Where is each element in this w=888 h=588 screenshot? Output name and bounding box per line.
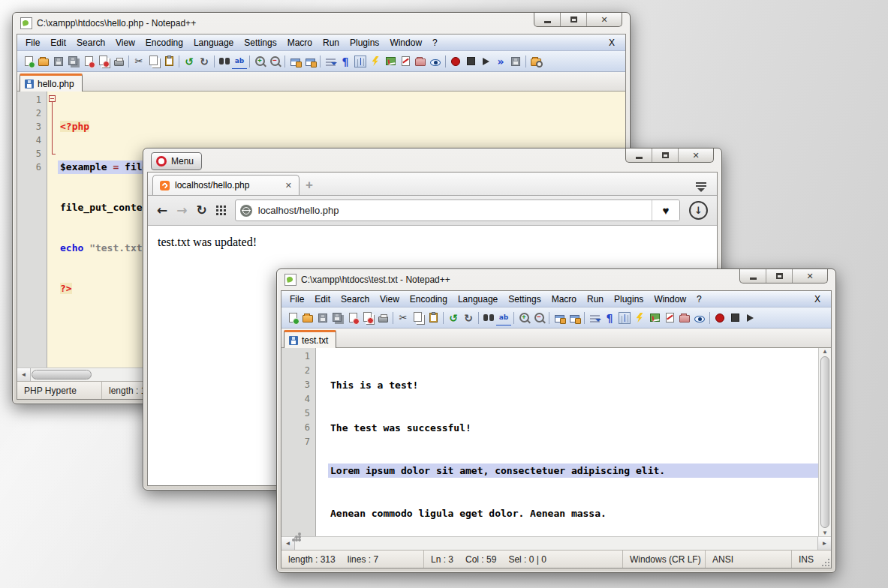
copy-icon[interactable]	[411, 310, 426, 326]
new-file-icon[interactable]	[285, 310, 300, 326]
menu-view[interactable]: View	[110, 36, 140, 50]
close-all-docs-icon[interactable]	[360, 310, 375, 326]
menu-settings[interactable]: Settings	[239, 36, 281, 50]
macro-stop-icon[interactable]	[727, 310, 742, 326]
browser-tab-localhost[interactable]: localhost/hello.php ✕	[152, 175, 300, 195]
tab-menu-icon[interactable]	[696, 182, 706, 192]
replace-icon[interactable]: ab	[496, 310, 511, 326]
new-tab-button[interactable]: +	[300, 176, 319, 195]
cut-icon[interactable]: ✂	[396, 310, 411, 326]
close-doc-icon[interactable]	[81, 54, 96, 69]
menu-help[interactable]: ?	[691, 292, 707, 306]
scroll-left-arrow[interactable]: ◄	[17, 368, 31, 381]
doc-switcher-icon[interactable]	[398, 54, 413, 69]
menu-window[interactable]: Window	[384, 36, 427, 50]
macro-record-icon[interactable]	[712, 310, 727, 326]
menu-encoding[interactable]: Encoding	[140, 36, 188, 50]
minimize-button[interactable]	[740, 269, 766, 283]
scrollbar-thumb[interactable]	[32, 370, 92, 380]
new-file-icon[interactable]	[21, 54, 36, 69]
function-completion-icon[interactable]	[632, 310, 647, 326]
macro-stop-icon[interactable]	[463, 54, 478, 69]
save-icon[interactable]	[315, 310, 330, 326]
download-button[interactable]: ↓	[689, 201, 708, 220]
forward-button[interactable]: →	[176, 204, 187, 217]
maximize-button[interactable]	[652, 148, 678, 162]
sync-horizontal-icon[interactable]	[303, 54, 318, 69]
text-area[interactable]: This is a test! The test was successful!…	[328, 348, 818, 536]
save-icon[interactable]	[51, 54, 66, 69]
find-icon[interactable]	[217, 54, 232, 69]
minimize-button[interactable]	[626, 148, 652, 162]
doc-switcher-icon[interactable]	[662, 310, 677, 326]
menu-settings[interactable]: Settings	[503, 292, 546, 306]
editor[interactable]: 1 2 3 4 5 6 7 This is a test! The test w…	[281, 348, 831, 536]
back-button[interactable]: ←	[157, 204, 167, 217]
indent-guide-icon[interactable]	[617, 310, 632, 326]
maximize-button[interactable]	[560, 13, 586, 26]
monitoring-icon[interactable]	[692, 310, 707, 326]
menu-run[interactable]: Run	[318, 36, 345, 50]
close-button[interactable]: ✕	[586, 13, 622, 26]
tab-hello-php[interactable]: hello.php	[20, 74, 83, 92]
speed-dial-icon[interactable]	[216, 206, 226, 215]
open-file-icon[interactable]	[300, 310, 315, 326]
folder-workspace-icon[interactable]	[677, 310, 692, 326]
menu-close-x[interactable]: X	[807, 294, 828, 304]
save-all-icon[interactable]	[330, 310, 345, 326]
menu-edit[interactable]: Edit	[309, 292, 336, 306]
tab-test-txt[interactable]: test.txt	[284, 330, 336, 348]
scroll-down-arrow[interactable]: ▼	[822, 530, 828, 536]
close-button[interactable]: ✕	[792, 269, 827, 283]
menu-close-x[interactable]: X	[601, 38, 622, 48]
menu-window[interactable]: Window	[649, 292, 691, 306]
menu-plugins[interactable]: Plugins	[609, 292, 649, 306]
show-all-chars-icon[interactable]: ¶	[338, 54, 353, 69]
macro-record-icon[interactable]	[448, 54, 463, 69]
macro-play-multi-icon[interactable]: »	[493, 54, 508, 69]
menu-help[interactable]: ?	[427, 36, 443, 50]
open-file-icon[interactable]	[36, 54, 51, 69]
site-badge-icon[interactable]	[240, 205, 252, 217]
redo-icon[interactable]: ↻	[197, 54, 212, 69]
menu-run[interactable]: Run	[582, 292, 609, 306]
zoom-out-icon[interactable]	[267, 54, 282, 69]
undo-icon[interactable]: ↺	[446, 310, 461, 326]
menu-language[interactable]: Language	[188, 36, 239, 50]
menu-file[interactable]: File	[20, 36, 45, 50]
close-all-docs-icon[interactable]	[96, 54, 111, 69]
resize-grip[interactable]	[828, 565, 829, 566]
macro-play-icon[interactable]	[478, 54, 493, 69]
close-button[interactable]: ✕	[678, 148, 713, 162]
monitoring-icon[interactable]	[428, 54, 443, 69]
fold-collapse-icon[interactable]	[49, 95, 56, 102]
macro-save-icon[interactable]	[508, 54, 523, 69]
document-map-icon[interactable]	[647, 310, 662, 326]
sync-vertical-icon[interactable]	[287, 54, 303, 69]
open-containing-folder-icon[interactable]	[528, 54, 543, 69]
bookmark-heart-button[interactable]: ♥	[652, 200, 679, 220]
scroll-right-arrow[interactable]: ►	[817, 537, 831, 550]
minimize-button[interactable]	[534, 13, 560, 26]
close-doc-icon[interactable]	[345, 310, 360, 326]
zoom-in-icon[interactable]	[252, 54, 267, 69]
fold-margin[interactable]	[47, 92, 58, 368]
menu-plugins[interactable]: Plugins	[345, 36, 384, 50]
paste-icon[interactable]	[426, 310, 441, 326]
show-all-chars-icon[interactable]: ¶	[602, 310, 617, 326]
macro-play-icon[interactable]	[742, 310, 757, 326]
opera-menu-button[interactable]: Menu	[151, 152, 202, 170]
print-icon[interactable]	[111, 54, 126, 69]
scroll-up-arrow[interactable]: ▲	[822, 348, 828, 355]
sync-vertical-icon[interactable]	[552, 310, 567, 326]
find-icon[interactable]	[481, 310, 496, 326]
menu-search[interactable]: Search	[71, 36, 110, 50]
print-icon[interactable]	[375, 310, 390, 326]
indent-guide-icon[interactable]	[353, 54, 368, 69]
tab-close-icon[interactable]: ✕	[285, 181, 292, 190]
menu-view[interactable]: View	[375, 292, 405, 306]
replace-icon[interactable]: ab	[232, 53, 247, 69]
cut-icon[interactable]: ✂	[131, 54, 146, 69]
menu-encoding[interactable]: Encoding	[405, 292, 453, 306]
scrollbar-thumb[interactable]	[298, 538, 301, 542]
